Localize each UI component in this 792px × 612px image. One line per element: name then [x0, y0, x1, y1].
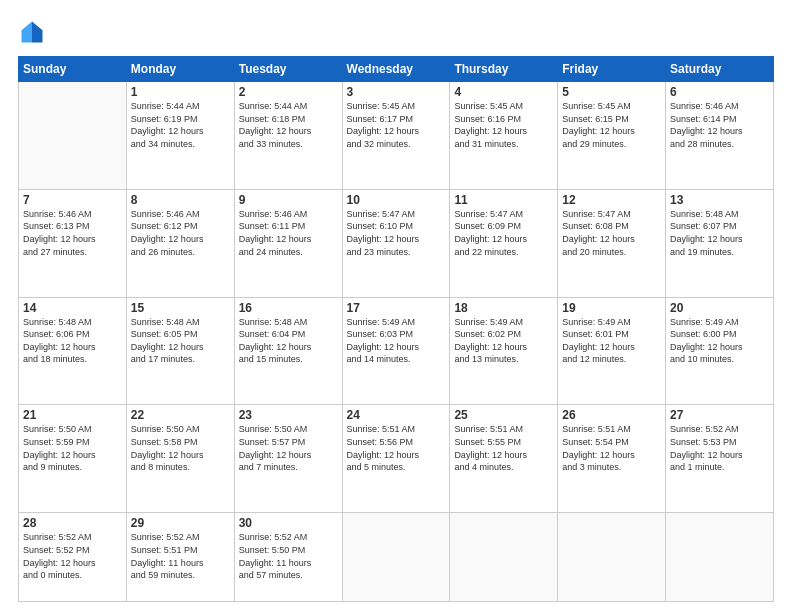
calendar-cell: 5Sunrise: 5:45 AM Sunset: 6:15 PM Daylig… [558, 82, 666, 190]
day-info: Sunrise: 5:48 AM Sunset: 6:07 PM Dayligh… [670, 208, 769, 258]
logo [18, 18, 50, 46]
calendar-cell: 11Sunrise: 5:47 AM Sunset: 6:09 PM Dayli… [450, 189, 558, 297]
day-number: 15 [131, 301, 230, 315]
day-info: Sunrise: 5:50 AM Sunset: 5:57 PM Dayligh… [239, 423, 338, 473]
day-number: 21 [23, 408, 122, 422]
calendar-cell: 22Sunrise: 5:50 AM Sunset: 5:58 PM Dayli… [126, 405, 234, 513]
calendar-cell [666, 513, 774, 602]
calendar-cell: 27Sunrise: 5:52 AM Sunset: 5:53 PM Dayli… [666, 405, 774, 513]
day-number: 23 [239, 408, 338, 422]
day-info: Sunrise: 5:45 AM Sunset: 6:15 PM Dayligh… [562, 100, 661, 150]
calendar-cell: 23Sunrise: 5:50 AM Sunset: 5:57 PM Dayli… [234, 405, 342, 513]
day-number: 30 [239, 516, 338, 530]
day-info: Sunrise: 5:44 AM Sunset: 6:19 PM Dayligh… [131, 100, 230, 150]
day-info: Sunrise: 5:45 AM Sunset: 6:16 PM Dayligh… [454, 100, 553, 150]
day-number: 12 [562, 193, 661, 207]
calendar-cell: 2Sunrise: 5:44 AM Sunset: 6:18 PM Daylig… [234, 82, 342, 190]
day-info: Sunrise: 5:48 AM Sunset: 6:06 PM Dayligh… [23, 316, 122, 366]
day-number: 4 [454, 85, 553, 99]
day-info: Sunrise: 5:47 AM Sunset: 6:09 PM Dayligh… [454, 208, 553, 258]
day-number: 19 [562, 301, 661, 315]
col-header-thursday: Thursday [450, 57, 558, 82]
col-header-monday: Monday [126, 57, 234, 82]
day-number: 2 [239, 85, 338, 99]
day-number: 10 [347, 193, 446, 207]
calendar-cell: 20Sunrise: 5:49 AM Sunset: 6:00 PM Dayli… [666, 297, 774, 405]
calendar-cell: 12Sunrise: 5:47 AM Sunset: 6:08 PM Dayli… [558, 189, 666, 297]
svg-marker-0 [32, 22, 43, 43]
day-info: Sunrise: 5:46 AM Sunset: 6:13 PM Dayligh… [23, 208, 122, 258]
day-info: Sunrise: 5:45 AM Sunset: 6:17 PM Dayligh… [347, 100, 446, 150]
day-number: 13 [670, 193, 769, 207]
day-info: Sunrise: 5:49 AM Sunset: 6:01 PM Dayligh… [562, 316, 661, 366]
calendar-cell: 4Sunrise: 5:45 AM Sunset: 6:16 PM Daylig… [450, 82, 558, 190]
calendar-cell: 3Sunrise: 5:45 AM Sunset: 6:17 PM Daylig… [342, 82, 450, 190]
week-row-5: 28Sunrise: 5:52 AM Sunset: 5:52 PM Dayli… [19, 513, 774, 602]
day-number: 14 [23, 301, 122, 315]
calendar-cell: 6Sunrise: 5:46 AM Sunset: 6:14 PM Daylig… [666, 82, 774, 190]
day-info: Sunrise: 5:52 AM Sunset: 5:50 PM Dayligh… [239, 531, 338, 581]
day-number: 9 [239, 193, 338, 207]
calendar-cell: 10Sunrise: 5:47 AM Sunset: 6:10 PM Dayli… [342, 189, 450, 297]
day-info: Sunrise: 5:49 AM Sunset: 6:00 PM Dayligh… [670, 316, 769, 366]
calendar-cell: 28Sunrise: 5:52 AM Sunset: 5:52 PM Dayli… [19, 513, 127, 602]
calendar-table: SundayMondayTuesdayWednesdayThursdayFrid… [18, 56, 774, 602]
day-info: Sunrise: 5:49 AM Sunset: 6:02 PM Dayligh… [454, 316, 553, 366]
calendar-cell: 9Sunrise: 5:46 AM Sunset: 6:11 PM Daylig… [234, 189, 342, 297]
week-row-1: 1Sunrise: 5:44 AM Sunset: 6:19 PM Daylig… [19, 82, 774, 190]
day-number: 20 [670, 301, 769, 315]
day-info: Sunrise: 5:47 AM Sunset: 6:08 PM Dayligh… [562, 208, 661, 258]
day-info: Sunrise: 5:49 AM Sunset: 6:03 PM Dayligh… [347, 316, 446, 366]
day-number: 24 [347, 408, 446, 422]
week-row-2: 7Sunrise: 5:46 AM Sunset: 6:13 PM Daylig… [19, 189, 774, 297]
day-number: 5 [562, 85, 661, 99]
calendar-cell: 26Sunrise: 5:51 AM Sunset: 5:54 PM Dayli… [558, 405, 666, 513]
calendar-header-row: SundayMondayTuesdayWednesdayThursdayFrid… [19, 57, 774, 82]
col-header-saturday: Saturday [666, 57, 774, 82]
calendar-cell: 30Sunrise: 5:52 AM Sunset: 5:50 PM Dayli… [234, 513, 342, 602]
day-number: 1 [131, 85, 230, 99]
day-number: 26 [562, 408, 661, 422]
calendar-cell: 7Sunrise: 5:46 AM Sunset: 6:13 PM Daylig… [19, 189, 127, 297]
day-info: Sunrise: 5:46 AM Sunset: 6:14 PM Dayligh… [670, 100, 769, 150]
calendar-cell: 1Sunrise: 5:44 AM Sunset: 6:19 PM Daylig… [126, 82, 234, 190]
day-info: Sunrise: 5:46 AM Sunset: 6:12 PM Dayligh… [131, 208, 230, 258]
day-info: Sunrise: 5:51 AM Sunset: 5:56 PM Dayligh… [347, 423, 446, 473]
calendar-cell [19, 82, 127, 190]
calendar-cell: 16Sunrise: 5:48 AM Sunset: 6:04 PM Dayli… [234, 297, 342, 405]
day-info: Sunrise: 5:52 AM Sunset: 5:52 PM Dayligh… [23, 531, 122, 581]
calendar-cell: 18Sunrise: 5:49 AM Sunset: 6:02 PM Dayli… [450, 297, 558, 405]
svg-marker-1 [22, 22, 33, 43]
calendar-cell: 24Sunrise: 5:51 AM Sunset: 5:56 PM Dayli… [342, 405, 450, 513]
page: SundayMondayTuesdayWednesdayThursdayFrid… [0, 0, 792, 612]
calendar-cell: 14Sunrise: 5:48 AM Sunset: 6:06 PM Dayli… [19, 297, 127, 405]
day-info: Sunrise: 5:47 AM Sunset: 6:10 PM Dayligh… [347, 208, 446, 258]
day-info: Sunrise: 5:50 AM Sunset: 5:58 PM Dayligh… [131, 423, 230, 473]
day-number: 17 [347, 301, 446, 315]
day-number: 22 [131, 408, 230, 422]
day-number: 11 [454, 193, 553, 207]
day-number: 6 [670, 85, 769, 99]
calendar-cell: 25Sunrise: 5:51 AM Sunset: 5:55 PM Dayli… [450, 405, 558, 513]
day-number: 7 [23, 193, 122, 207]
calendar-cell: 15Sunrise: 5:48 AM Sunset: 6:05 PM Dayli… [126, 297, 234, 405]
calendar-cell: 21Sunrise: 5:50 AM Sunset: 5:59 PM Dayli… [19, 405, 127, 513]
header [18, 18, 774, 46]
day-info: Sunrise: 5:51 AM Sunset: 5:54 PM Dayligh… [562, 423, 661, 473]
calendar-cell [342, 513, 450, 602]
day-info: Sunrise: 5:52 AM Sunset: 5:51 PM Dayligh… [131, 531, 230, 581]
day-info: Sunrise: 5:51 AM Sunset: 5:55 PM Dayligh… [454, 423, 553, 473]
day-number: 29 [131, 516, 230, 530]
day-info: Sunrise: 5:52 AM Sunset: 5:53 PM Dayligh… [670, 423, 769, 473]
col-header-wednesday: Wednesday [342, 57, 450, 82]
day-number: 18 [454, 301, 553, 315]
day-number: 27 [670, 408, 769, 422]
calendar-cell: 13Sunrise: 5:48 AM Sunset: 6:07 PM Dayli… [666, 189, 774, 297]
day-number: 25 [454, 408, 553, 422]
day-info: Sunrise: 5:46 AM Sunset: 6:11 PM Dayligh… [239, 208, 338, 258]
calendar-cell: 19Sunrise: 5:49 AM Sunset: 6:01 PM Dayli… [558, 297, 666, 405]
col-header-tuesday: Tuesday [234, 57, 342, 82]
calendar-cell: 17Sunrise: 5:49 AM Sunset: 6:03 PM Dayli… [342, 297, 450, 405]
day-number: 3 [347, 85, 446, 99]
calendar-cell: 29Sunrise: 5:52 AM Sunset: 5:51 PM Dayli… [126, 513, 234, 602]
